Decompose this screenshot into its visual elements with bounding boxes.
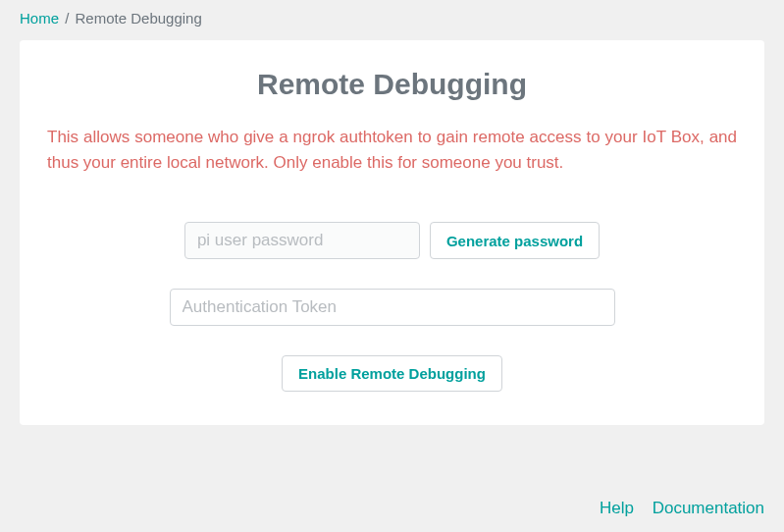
documentation-link[interactable]: Documentation	[653, 499, 764, 517]
auth-token-input[interactable]	[170, 289, 615, 326]
warning-text: This allows someone who give a ngrok aut…	[47, 125, 737, 175]
enable-remote-debugging-button[interactable]: Enable Remote Debugging	[282, 355, 502, 392]
token-row	[47, 289, 737, 326]
breadcrumb-current: Remote Debugging	[76, 10, 202, 27]
form-container: Generate password Enable Remote Debuggin…	[47, 222, 737, 392]
page-title: Remote Debugging	[47, 68, 737, 101]
breadcrumb-home-link[interactable]: Home	[20, 10, 59, 27]
breadcrumb: Home / Remote Debugging	[0, 0, 784, 40]
footer-links: Help Documentation	[586, 499, 764, 518]
breadcrumb-separator: /	[65, 10, 69, 27]
help-link[interactable]: Help	[600, 499, 634, 517]
password-row: Generate password	[47, 222, 737, 259]
pi-password-input[interactable]	[184, 222, 420, 259]
main-card: Remote Debugging This allows someone who…	[20, 40, 764, 425]
enable-row: Enable Remote Debugging	[47, 355, 737, 392]
generate-password-button[interactable]: Generate password	[430, 222, 600, 259]
